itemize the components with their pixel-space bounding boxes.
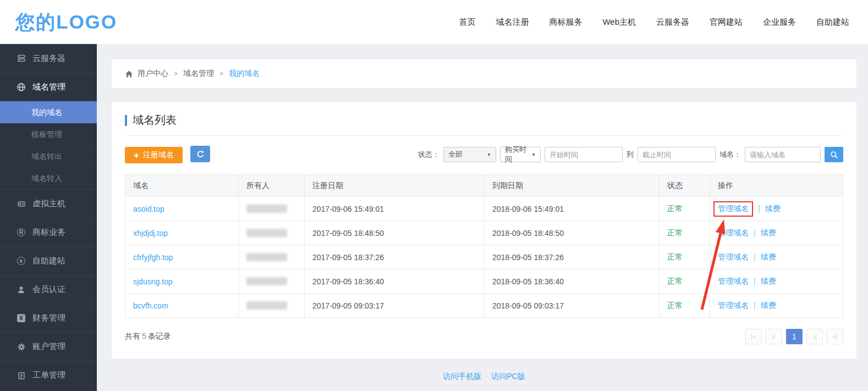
- manage-domain-link[interactable]: 管理域名: [718, 252, 749, 261]
- pagination-page-1[interactable]: 1: [786, 329, 803, 344]
- ticket-document-icon: [17, 371, 26, 380]
- sidebar-item-trademark[interactable]: R 商标业务: [0, 218, 97, 246]
- register-domain-button[interactable]: + 注册域名: [125, 147, 183, 163]
- toolbar: + 注册域名 状态： 全部 ▼: [125, 146, 843, 163]
- nav-web-hosting[interactable]: Web主机: [602, 17, 636, 27]
- domain-link[interactable]: xhjdjdj.top: [133, 229, 168, 238]
- pagination-next-button[interactable]: ›|: [806, 329, 823, 344]
- table-row: xhjdjdj.top 2017-09-05 18:48:50 2018-09-…: [125, 221, 843, 245]
- pagination-last-button[interactable]: »|: [827, 329, 843, 344]
- domain-search-input[interactable]: [745, 147, 821, 162]
- pagination-prev-button[interactable]: |‹: [766, 329, 782, 344]
- pagination: |« |‹ 1 ›| »|: [745, 329, 843, 344]
- sidebar-item-my-domains[interactable]: 我的域名: [0, 101, 97, 123]
- sidebar-item-account[interactable]: 账户管理: [0, 332, 97, 361]
- manage-domain-link[interactable]: 管理域名: [718, 301, 749, 310]
- renew-link[interactable]: 续费: [761, 252, 776, 261]
- annotation-red-box: 管理域名: [713, 201, 753, 217]
- sidebar-item-template-manage[interactable]: 模板管理: [0, 123, 97, 145]
- manage-domain-link[interactable]: 管理域名: [718, 204, 749, 213]
- breadcrumb-separator: >: [219, 70, 223, 78]
- renew-link[interactable]: 续费: [761, 301, 776, 310]
- action-separator: |: [754, 228, 756, 237]
- nav-cloud-server[interactable]: 云服务器: [656, 17, 689, 27]
- gear-icon: [17, 342, 26, 351]
- sidebar-label: 财务管理: [32, 313, 65, 323]
- main-content: 用户中心 > 域名管理 > 我的域名 域名列表 + 注册域名: [97, 44, 868, 391]
- nav-domain-register[interactable]: 域名注册: [496, 17, 529, 27]
- col-expire-date: 到期日期: [485, 175, 660, 197]
- time-field-select[interactable]: 购买时间 ▼: [500, 147, 541, 162]
- sidebar-item-domain-transfer-in[interactable]: 域名转入: [0, 167, 97, 189]
- register-date: 2017-09-05 18:36:40: [312, 277, 384, 286]
- domain-link[interactable]: sjdusng.top: [133, 277, 173, 286]
- expire-date: 2018-09-05 18:48:50: [492, 229, 564, 238]
- sidebar-item-domain-transfer-out[interactable]: 域名转出: [0, 145, 97, 167]
- expire-date: 2018-09-05 18:36:40: [492, 277, 564, 286]
- nav-trademark-service[interactable]: 商标服务: [549, 17, 582, 27]
- table-footer: 共有5条记录 |« |‹ 1 ›| »|: [125, 329, 843, 344]
- domain-list-panel: 域名列表 + 注册域名 状态：: [112, 102, 856, 359]
- breadcrumb-domain-manage[interactable]: 域名管理: [183, 69, 214, 79]
- filter-bar: 状态： 全部 ▼ 购买时间 ▼ 到 域名：: [418, 147, 843, 162]
- domain-link[interactable]: cfrfyjfgh.top: [133, 253, 173, 262]
- sidebar-label: 账户管理: [32, 342, 65, 352]
- renew-link[interactable]: 续费: [761, 228, 776, 237]
- end-date-input[interactable]: [638, 147, 716, 162]
- sidebar-label: 商标业务: [32, 227, 65, 238]
- nav-enterprise-service[interactable]: 企业服务: [763, 17, 796, 27]
- trademark-r-icon: R: [17, 228, 26, 237]
- top-nav: 首页 域名注册 商标服务 Web主机 云服务器 官网建站 企业服务 自助建站: [459, 17, 849, 27]
- status-badge: 正常: [667, 277, 683, 285]
- renew-link[interactable]: 续费: [761, 277, 776, 285]
- status-select[interactable]: 全部 ▼: [443, 147, 496, 162]
- manage-domain-link[interactable]: 管理域名: [718, 277, 749, 285]
- title-accent-bar: [125, 115, 127, 126]
- table-row: cfrfyjfgh.top 2017-09-05 18:37:26 2018-0…: [125, 245, 843, 269]
- toolbar-left: + 注册域名: [125, 146, 210, 163]
- manage-domain-link[interactable]: 管理域名: [718, 228, 749, 237]
- breadcrumb-user-center[interactable]: 用户中心: [138, 69, 168, 79]
- owner-redacted: [246, 277, 287, 285]
- expire-date: 2018-09-05 09:03:17: [492, 301, 564, 310]
- sidebar-label: 域名管理: [32, 82, 65, 92]
- to-label: 到: [627, 150, 634, 159]
- sidebar-item-domain-manage[interactable]: 域名管理: [0, 73, 97, 101]
- col-register-date: 注册日期: [305, 175, 485, 197]
- sidebar-item-virtual-host[interactable]: 虚拟主机: [0, 189, 97, 218]
- sidebar-item-member-auth[interactable]: 会员认证: [0, 275, 97, 304]
- nav-home[interactable]: 首页: [459, 17, 475, 27]
- home-icon: [125, 70, 133, 78]
- pagination-first-button[interactable]: |«: [745, 329, 762, 344]
- expire-date: 2018-09-06 15:49:01: [492, 205, 564, 213]
- refresh-button[interactable]: [190, 146, 210, 162]
- domain-link[interactable]: asoid.top: [133, 205, 164, 213]
- register-date: 2017-09-05 18:37:26: [312, 253, 384, 262]
- mobile-version-link[interactable]: 访问手机版: [443, 372, 481, 381]
- nav-self-site[interactable]: 自助建站: [816, 17, 849, 27]
- search-icon: [830, 151, 838, 159]
- sidebar-item-finance[interactable]: ¥ 财务管理: [0, 304, 97, 332]
- action-separator: |: [758, 204, 760, 213]
- record-count-prefix: 共有: [125, 332, 140, 340]
- expire-date: 2018-09-05 18:37:26: [492, 253, 564, 262]
- domain-table: 域名 所有人 注册日期 到期日期 状态 操作 asoid.top 2017-09…: [125, 174, 843, 318]
- register-date: 2017-09-06 15:49:01: [312, 205, 384, 213]
- record-count: 共有5条记录: [125, 332, 171, 342]
- plus-icon: +: [134, 151, 139, 160]
- domain-link[interactable]: bcvfh.com: [133, 301, 168, 310]
- owner-redacted: [246, 205, 287, 213]
- search-button[interactable]: [825, 147, 843, 162]
- status-badge: 正常: [667, 204, 683, 213]
- pc-version-link[interactable]: 访问PC版: [491, 372, 525, 381]
- sidebar-item-ticket[interactable]: 工单管理: [0, 361, 97, 389]
- sidebar-item-cloud-server[interactable]: 云服务器: [0, 44, 97, 73]
- sidebar-item-site-builder[interactable]: e 自助建站: [0, 246, 97, 275]
- renew-link[interactable]: 续费: [765, 204, 781, 213]
- owner-redacted: [246, 253, 287, 261]
- start-date-input[interactable]: [545, 147, 623, 162]
- nav-site-building[interactable]: 官网建站: [710, 17, 743, 27]
- register-date: 2017-09-05 09:03:17: [312, 301, 384, 310]
- col-status: 状态: [660, 175, 710, 197]
- chevron-down-icon: ▼: [531, 152, 536, 157]
